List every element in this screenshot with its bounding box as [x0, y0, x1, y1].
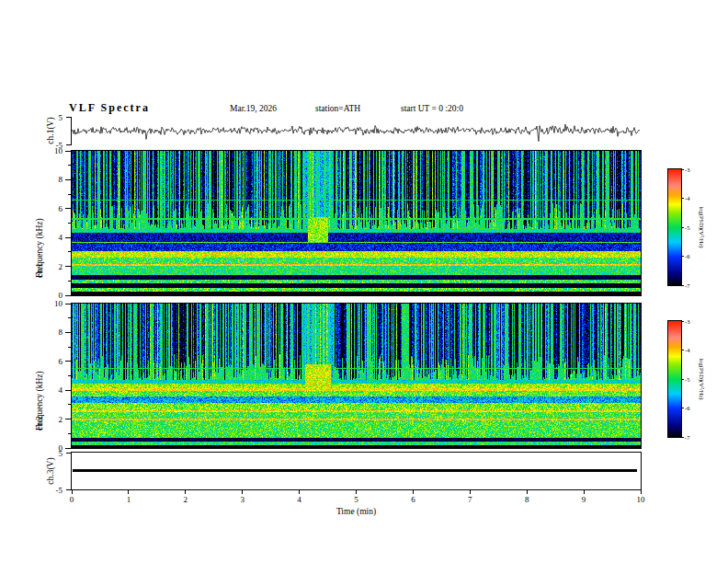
vlf-spectra-figure: VLF Spectra Mar.19, 2026 station=ATH sta…	[0, 0, 728, 563]
header-start-ut: start UT = 0 :20:0	[401, 104, 463, 113]
spec1-y-tick	[65, 179, 71, 180]
spec1-y-tick-label: 4	[42, 233, 63, 242]
colorbar-ch1-tick	[681, 169, 684, 170]
spec2-y-tick-label: 2	[42, 415, 63, 424]
x-tick-label: 6	[404, 495, 422, 504]
x-tick	[299, 490, 300, 494]
spec1-y-tick	[68, 223, 71, 224]
x-tick-label: 10	[631, 495, 650, 504]
ch3-y-tick	[66, 489, 72, 490]
header-date: Mar.19, 2026	[230, 104, 277, 113]
colorbar-ch2-tick-label: -4	[685, 347, 698, 353]
spec1-y-tick-label: 6	[42, 204, 63, 213]
colorbar-ch1-tick-label: -4	[685, 195, 698, 201]
spec2-y-tick	[68, 347, 71, 348]
figure-title: VLF Spectra	[69, 101, 150, 115]
spec2-y-tick-label: 8	[42, 327, 63, 337]
x-tick	[242, 490, 243, 494]
colorbar-ch1	[667, 168, 682, 286]
colorbar-ch1-tick-label: -5	[685, 224, 698, 231]
wave-y-tick	[66, 144, 72, 145]
colorbar-ch1-tick-label: -3	[685, 167, 698, 173]
x-tick-label: 3	[233, 495, 252, 504]
ch1-spectrogram-canvas	[71, 150, 642, 296]
spec2-y-tick	[65, 419, 71, 419]
spec2-y-tick	[68, 404, 71, 405]
x-axis-label: Time (min)	[310, 507, 403, 516]
spec2-y-tick	[68, 375, 71, 376]
spec2-y-tick-label: 10	[42, 299, 63, 308]
colorbar-ch2-tick	[681, 350, 684, 350]
spec2-y-tick	[65, 361, 71, 362]
x-tick-label: 8	[518, 495, 536, 504]
x-tick	[356, 490, 357, 494]
x-tick-label: 5	[347, 495, 366, 504]
spec2-y-tick	[65, 448, 71, 449]
ch3-y-tick-label: 5	[42, 449, 63, 458]
x-tick-label: 2	[176, 495, 195, 504]
spec2-y-tick	[65, 332, 71, 333]
colorbar-ch1-tick	[681, 198, 684, 199]
x-tick-label: 9	[574, 495, 593, 504]
colorbar-ch2-tick	[681, 408, 684, 408]
colorbar-ch1-tick	[681, 256, 684, 257]
spec2-y-tick-label: 4	[42, 385, 63, 395]
spec1-y-tick-label: 8	[42, 175, 63, 184]
colorbar-ch1-tick	[681, 285, 684, 286]
colorbar-ch1-tick-label: -6	[685, 253, 698, 259]
colorbar-ch2	[667, 320, 682, 438]
ch3-flat-trace	[73, 469, 637, 472]
spec2-y-tick	[68, 317, 71, 318]
x-tick	[470, 490, 471, 494]
spec2-y-tick	[68, 433, 71, 434]
spec1-y-tick	[68, 281, 71, 282]
spec1-y-tick	[65, 237, 71, 238]
x-tick-label: 1	[119, 495, 138, 504]
colorbar-ch2-tick	[681, 437, 684, 438]
x-tick	[413, 490, 414, 494]
colorbar-ch2-tick-label: -6	[685, 405, 698, 411]
spec1-y-tick	[65, 295, 71, 296]
spec1-y-tick	[65, 151, 71, 152]
spec2-y-tick	[65, 390, 71, 391]
x-tick	[128, 490, 129, 494]
colorbar-ch2-tick	[681, 321, 684, 322]
colorbar-ch2-tick-label: -3	[685, 318, 698, 325]
colorbar-ch2-tick-label: -5	[685, 376, 698, 383]
colorbar-ch2-tick-label: -7	[685, 434, 698, 441]
ch1-volt-axis-label: ch.1(V)	[46, 94, 57, 167]
x-tick	[584, 490, 585, 494]
spec1-y-tick	[68, 194, 71, 195]
wave-y-tick	[66, 117, 72, 118]
x-tick-label: 7	[461, 495, 479, 504]
x-tick	[641, 490, 642, 494]
x-tick-label: 0	[63, 495, 81, 504]
x-tick	[185, 490, 186, 494]
spec1-y-tick-label: 2	[42, 262, 63, 271]
spec1-y-tick	[65, 208, 71, 209]
ch3-y-tick-label: -5	[42, 486, 63, 495]
wave-y-tick-label: 5	[42, 113, 63, 122]
colorbar-ch2-tick	[681, 379, 684, 380]
ch3-y-tick	[66, 453, 72, 454]
colorbar-ch1-tick-label: -7	[685, 282, 698, 289]
header-station: station=ATH	[315, 104, 360, 113]
spec1-y-tick	[68, 165, 71, 166]
spec2-y-tick	[65, 304, 71, 304]
spec1-y-tick	[68, 251, 71, 252]
colorbar-ch1-tick	[681, 227, 684, 228]
x-tick	[72, 490, 73, 494]
spec2-y-tick-label: 6	[42, 357, 63, 366]
x-tick	[527, 490, 528, 494]
spec1-y-tick	[65, 266, 71, 267]
ch1-waveform-canvas	[72, 117, 641, 144]
x-tick-label: 4	[290, 495, 309, 504]
ch2-spectrogram-canvas	[71, 303, 642, 449]
wave-y-tick-label: -5	[42, 141, 63, 150]
